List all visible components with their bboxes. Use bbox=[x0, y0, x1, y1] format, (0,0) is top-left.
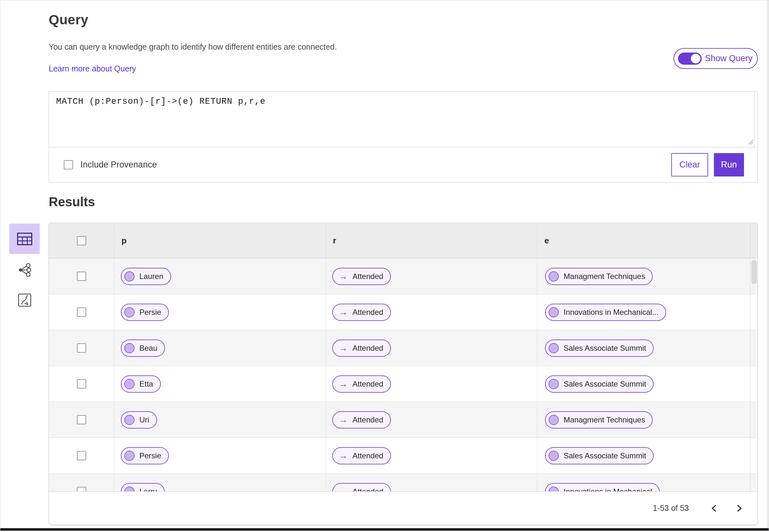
page-scrollbar-track[interactable] bbox=[767, 0, 769, 528]
results-table-footer: 1-53 of 53 bbox=[49, 491, 757, 525]
cell-r: → Attended bbox=[326, 294, 537, 330]
relation-pill[interactable]: → Attended bbox=[332, 447, 391, 464]
map-view-icon bbox=[18, 293, 31, 307]
select-all-cell bbox=[49, 223, 114, 258]
entity-pill[interactable]: Persie bbox=[121, 447, 169, 464]
column-header-r[interactable]: r bbox=[326, 223, 537, 258]
cell-e: Managment Techniques bbox=[537, 402, 750, 438]
table-view-tab[interactable] bbox=[9, 224, 40, 254]
cell-r: → Attended bbox=[326, 258, 537, 294]
table-row: Lauren → Attended Managment Techniques bbox=[49, 258, 757, 294]
page-title: Query bbox=[49, 12, 88, 28]
select-all-checkbox[interactable] bbox=[77, 236, 86, 245]
toggle-switch-icon[interactable] bbox=[678, 53, 702, 65]
column-header-p[interactable]: p bbox=[114, 223, 326, 258]
entity-pill[interactable]: Innovations in Mechanical bbox=[545, 483, 660, 492]
column-header-e[interactable]: e bbox=[537, 223, 750, 258]
page-description: You can query a knowledge graph to ident… bbox=[49, 42, 337, 52]
node-icon bbox=[124, 487, 135, 492]
results-title: Results bbox=[49, 195, 95, 209]
entity-pill[interactable]: Uri bbox=[121, 411, 157, 429]
graph-view-tab[interactable] bbox=[9, 263, 40, 277]
next-page-button[interactable] bbox=[733, 502, 746, 515]
row-checkbox[interactable] bbox=[77, 343, 86, 353]
prev-page-button[interactable] bbox=[708, 502, 720, 515]
arrow-right-icon: → bbox=[339, 272, 348, 281]
entity-pill[interactable]: Innovations in Mechanical... bbox=[545, 304, 666, 321]
row-select-cell bbox=[49, 330, 114, 366]
node-icon bbox=[549, 451, 559, 461]
entity-pill[interactable]: Larry bbox=[121, 483, 165, 492]
node-icon bbox=[124, 307, 135, 317]
cell-e: Sales Associate Summit bbox=[537, 438, 750, 473]
cell-p: Etta bbox=[114, 366, 326, 402]
cell-r: → Attended bbox=[326, 438, 537, 473]
cell-e: Innovations in Mechanical bbox=[537, 474, 750, 491]
node-icon bbox=[124, 415, 135, 425]
node-icon bbox=[124, 451, 135, 461]
arrow-right-icon: → bbox=[339, 451, 348, 460]
query-editor: MATCH (p:Person)-[r]->(e) RETURN p,r,e I… bbox=[49, 91, 758, 183]
cell-e: Innovations in Mechanical... bbox=[537, 294, 750, 330]
relation-pill[interactable]: → Attended bbox=[332, 340, 391, 357]
relation-pill[interactable]: → Attended bbox=[332, 375, 391, 393]
cell-p: Persie bbox=[114, 438, 326, 473]
window-bottom-edge bbox=[0, 528, 769, 531]
map-view-tab[interactable] bbox=[9, 293, 40, 307]
row-checkbox[interactable] bbox=[77, 379, 86, 389]
arrow-right-icon: → bbox=[339, 487, 348, 492]
table-view-icon bbox=[17, 233, 32, 245]
table-row: Persie → Attended Innovations in Mechani… bbox=[49, 294, 757, 330]
query-input[interactable]: MATCH (p:Person)-[r]->(e) RETURN p,r,e bbox=[49, 92, 755, 147]
entity-pill[interactable]: Persie bbox=[121, 304, 169, 321]
table-row: Beau → Attended Sales Associate Summit bbox=[49, 330, 757, 366]
row-checkbox[interactable] bbox=[77, 415, 86, 424]
entity-pill[interactable]: Lauren bbox=[121, 268, 171, 285]
row-select-cell bbox=[49, 438, 114, 473]
include-provenance-label: Include Provenance bbox=[80, 160, 157, 170]
row-select-cell bbox=[49, 474, 114, 491]
node-icon bbox=[549, 487, 559, 492]
row-select-cell bbox=[49, 366, 114, 402]
row-checkbox[interactable] bbox=[77, 307, 86, 317]
node-icon bbox=[549, 415, 559, 425]
run-button[interactable]: Run bbox=[714, 153, 744, 176]
cell-e: Managment Techniques bbox=[537, 258, 750, 294]
entity-pill[interactable]: Etta bbox=[121, 375, 161, 393]
relation-pill[interactable]: → Attended bbox=[332, 483, 391, 492]
clear-button[interactable]: Clear bbox=[671, 153, 708, 176]
cell-r: → Attended bbox=[326, 366, 537, 402]
relation-pill[interactable]: → Attended bbox=[332, 411, 391, 429]
graph-view-icon bbox=[18, 263, 32, 277]
resize-handle-icon[interactable] bbox=[747, 139, 754, 145]
table-scrollbar-thumb[interactable] bbox=[751, 260, 757, 284]
entity-pill[interactable]: Managment Techniques bbox=[545, 268, 653, 285]
entity-pill[interactable]: Sales Associate Summit bbox=[545, 340, 654, 357]
table-row: Uri → Attended Managment Techniques bbox=[49, 402, 757, 438]
entity-pill[interactable]: Sales Associate Summit bbox=[545, 375, 654, 393]
cell-p: Lauren bbox=[114, 258, 326, 294]
query-editor-footer: Include Provenance Clear Run bbox=[49, 147, 757, 182]
table-row: Etta → Attended Sales Associate Summit bbox=[49, 366, 757, 402]
arrow-right-icon: → bbox=[339, 380, 348, 389]
row-checkbox[interactable] bbox=[77, 487, 86, 491]
query-textarea-wrap: MATCH (p:Person)-[r]->(e) RETURN p,r,e bbox=[49, 92, 757, 147]
row-checkbox[interactable] bbox=[77, 451, 86, 460]
results-table: p r e Lauren → Attended Managment T bbox=[49, 223, 758, 525]
show-query-toggle[interactable]: Show Query bbox=[674, 48, 758, 69]
cell-p: Larry bbox=[114, 474, 326, 491]
node-icon bbox=[549, 343, 559, 353]
learn-more-link[interactable]: Learn more about Query bbox=[49, 64, 136, 73]
include-provenance-checkbox[interactable] bbox=[64, 160, 73, 169]
show-query-label: Show Query bbox=[705, 53, 753, 63]
row-select-cell bbox=[49, 258, 114, 294]
relation-pill[interactable]: → Attended bbox=[332, 304, 391, 321]
node-icon bbox=[549, 271, 559, 282]
node-icon bbox=[124, 379, 135, 389]
entity-pill[interactable]: Beau bbox=[121, 340, 165, 357]
row-checkbox[interactable] bbox=[77, 272, 86, 281]
entity-pill[interactable]: Sales Associate Summit bbox=[545, 447, 654, 464]
toggle-knob[interactable] bbox=[691, 54, 700, 63]
entity-pill[interactable]: Managment Techniques bbox=[545, 411, 653, 429]
relation-pill[interactable]: → Attended bbox=[332, 268, 391, 285]
